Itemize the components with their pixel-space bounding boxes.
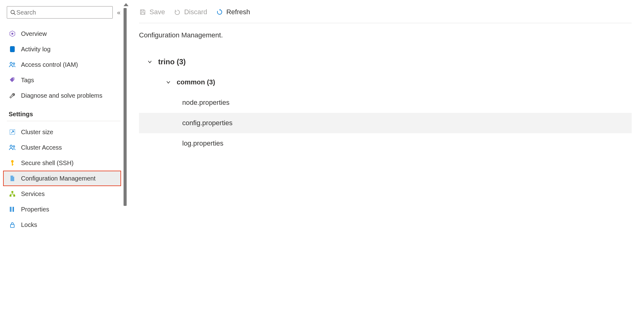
sidebar-item-label: Activity log [21, 46, 51, 53]
svg-rect-14 [12, 164, 14, 165]
save-icon [139, 8, 146, 16]
sidebar-item-label: Cluster size [21, 129, 53, 136]
tree-file-label: node.properties [182, 99, 229, 107]
scrollbar[interactable] [124, 0, 127, 332]
svg-line-1 [14, 13, 15, 15]
services-icon [9, 190, 16, 197]
sidebar-item-activity-log[interactable]: Activity log [7, 41, 120, 57]
scroll-thumb[interactable] [124, 8, 127, 206]
save-label: Save [149, 8, 165, 16]
sidebar-item-configuration-management[interactable]: Configuration Management [3, 171, 121, 186]
svg-rect-18 [10, 207, 11, 212]
tree-file-label: log.properties [182, 139, 223, 147]
sidebar-item-label: Locks [21, 221, 37, 228]
sidebar-item-services[interactable]: Services [7, 186, 120, 202]
overview-icon [9, 30, 16, 37]
search-icon [10, 10, 16, 15]
svg-rect-15 [11, 191, 13, 193]
toolbar: Save Discard Refresh [139, 6, 632, 23]
svg-rect-21 [11, 224, 14, 228]
svg-point-6 [10, 62, 12, 65]
sidebar-item-label: Configuration Management [21, 175, 95, 182]
sidebar-item-label: Tags [21, 77, 34, 84]
cluster-size-icon [9, 129, 16, 135]
collapse-sidebar-icon[interactable]: « [117, 9, 120, 16]
discard-button[interactable]: Discard [174, 8, 207, 16]
sidebar-item-label: Secure shell (SSH) [21, 160, 74, 167]
diagnose-icon [9, 92, 16, 99]
svg-rect-19 [11, 207, 12, 212]
chevron-down-icon [164, 80, 173, 85]
tree-subgroup-common[interactable]: common (3) [139, 72, 632, 92]
svg-point-3 [11, 33, 13, 35]
svg-point-8 [13, 79, 14, 79]
discard-label: Discard [184, 8, 207, 16]
tree-group-trino[interactable]: trino (3) [139, 52, 632, 72]
save-button[interactable]: Save [139, 8, 165, 16]
sidebar-item-label: Diagnose and solve problems [21, 92, 103, 99]
properties-icon [9, 206, 16, 212]
sidebar-item-access-control[interactable]: Access control (IAM) [7, 57, 120, 72]
lock-icon [9, 221, 16, 228]
tree-subgroup-label: common (3) [177, 78, 215, 86]
svg-point-11 [13, 146, 15, 147]
search-box[interactable] [7, 6, 113, 19]
key-icon [9, 160, 16, 166]
svg-point-10 [10, 145, 12, 147]
svg-rect-17 [13, 195, 15, 197]
sidebar: « Overview Activity log Access control (… [0, 0, 124, 332]
sidebar-item-label: Overview [21, 30, 47, 37]
sidebar-item-label: Properties [21, 206, 49, 213]
refresh-icon [216, 8, 223, 16]
scroll-up-icon [124, 3, 128, 6]
svg-rect-23 [141, 12, 144, 14]
page-title: Configuration Management. [139, 31, 632, 39]
sidebar-item-label: Cluster Access [21, 144, 62, 151]
sidebar-item-diagnose[interactable]: Diagnose and solve problems [7, 88, 120, 103]
tree-file-label: config.properties [182, 119, 233, 127]
tree-file-node-properties[interactable]: node.properties [139, 92, 632, 113]
activity-log-icon [9, 46, 16, 53]
svg-point-12 [11, 160, 14, 163]
sidebar-item-tags[interactable]: Tags [7, 72, 120, 88]
divider [7, 121, 120, 121]
file-icon [9, 175, 16, 182]
sidebar-item-locks[interactable]: Locks [7, 217, 120, 232]
cluster-access-icon [9, 144, 16, 151]
svg-point-7 [13, 63, 15, 64]
access-control-icon [9, 62, 16, 68]
svg-rect-16 [10, 195, 11, 197]
refresh-button[interactable]: Refresh [216, 8, 250, 16]
refresh-label: Refresh [226, 8, 250, 16]
svg-rect-13 [12, 162, 13, 166]
main-panel: Save Discard Refresh Configuration Manag… [127, 0, 644, 332]
svg-rect-4 [10, 46, 15, 52]
sidebar-item-properties[interactable]: Properties [7, 202, 120, 217]
sidebar-item-cluster-size[interactable]: Cluster size [7, 124, 120, 140]
svg-rect-20 [13, 207, 14, 212]
chevron-down-icon [145, 59, 154, 64]
sidebar-section-settings: Settings [7, 111, 120, 118]
tags-icon [9, 77, 16, 83]
sidebar-item-cluster-access[interactable]: Cluster Access [7, 140, 120, 155]
sidebar-item-overview[interactable]: Overview [7, 26, 120, 41]
sidebar-item-label: Services [21, 190, 45, 198]
svg-point-0 [11, 10, 14, 14]
tree-file-log-properties[interactable]: log.properties [139, 133, 632, 154]
search-input[interactable] [16, 9, 109, 16]
tree-file-config-properties[interactable]: config.properties [139, 113, 632, 133]
sidebar-item-secure-shell[interactable]: Secure shell (SSH) [7, 155, 120, 171]
discard-icon [174, 8, 181, 16]
config-tree: trino (3) common (3) node.properties con… [139, 52, 632, 154]
sidebar-item-label: Access control (IAM) [21, 61, 78, 68]
tree-group-label: trino (3) [158, 57, 186, 66]
